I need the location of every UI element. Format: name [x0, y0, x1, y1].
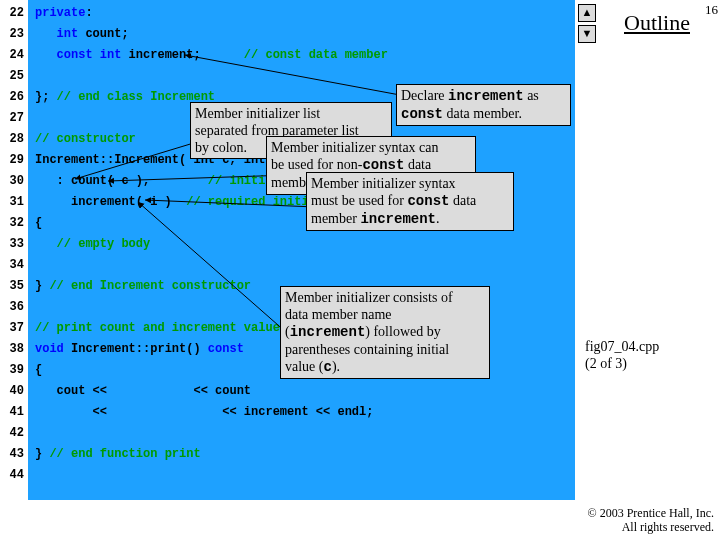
- figure-caption: fig07_04.cpp (2 of 3): [585, 338, 659, 372]
- slide-root: 22 23 24 25 26 27 28 29 30 31 32 33 34 3…: [0, 0, 720, 540]
- text: be used for non-: [271, 157, 362, 172]
- text: must be used for: [311, 193, 407, 208]
- text: const: [362, 157, 404, 173]
- copyright: © 2003 Prentice Hall, Inc. All rights re…: [588, 506, 714, 534]
- text: ) followed by: [365, 324, 440, 339]
- text: data member name: [285, 307, 392, 322]
- page-number: 16: [705, 2, 718, 18]
- nav-up-button[interactable]: ▲: [578, 4, 596, 22]
- text: member: [311, 211, 360, 226]
- text: as: [524, 88, 539, 103]
- callout-const-member: Member initializer syntax must be used f…: [306, 172, 514, 231]
- text: Member initializer consists of: [285, 290, 453, 305]
- text: const: [401, 106, 443, 122]
- callout-declare-const: Declare increment as const data member.: [396, 84, 571, 126]
- nav-arrows: ▲ ▼: [578, 4, 596, 46]
- text: c: [323, 359, 331, 375]
- text: increment: [290, 324, 366, 340]
- code-panel: 22 23 24 25 26 27 28 29 30 31 32 33 34 3…: [0, 0, 575, 500]
- caption-file: fig07_04.cpp: [585, 339, 659, 354]
- outline-heading: Outline: [624, 10, 690, 36]
- text: by colon.: [195, 140, 247, 155]
- text: Member initializer syntax can: [271, 140, 439, 155]
- text: data: [449, 193, 476, 208]
- text: Declare: [401, 88, 448, 103]
- text: value (: [285, 359, 323, 374]
- text: data: [404, 157, 431, 172]
- text: increment: [448, 88, 524, 104]
- text: const: [407, 193, 449, 209]
- text: Member initializer list: [195, 106, 320, 121]
- copyright-line: All rights reserved.: [622, 520, 714, 534]
- nav-down-button[interactable]: ▼: [578, 25, 596, 43]
- text: .: [436, 211, 440, 226]
- caption-part: (2 of 3): [585, 356, 627, 371]
- text: data member.: [443, 106, 522, 121]
- line-numbers: 22 23 24 25 26 27 28 29 30 31 32 33 34 3…: [2, 3, 24, 486]
- text: parentheses containing initial: [285, 342, 449, 357]
- code-text: private: int count; const int increment;…: [35, 3, 474, 486]
- copyright-line: © 2003 Prentice Hall, Inc.: [588, 506, 714, 520]
- text: increment: [360, 211, 436, 227]
- text: ).: [332, 359, 340, 374]
- text: Member initializer syntax: [311, 176, 456, 191]
- callout-init-consists: Member initializer consists of data memb…: [280, 286, 490, 379]
